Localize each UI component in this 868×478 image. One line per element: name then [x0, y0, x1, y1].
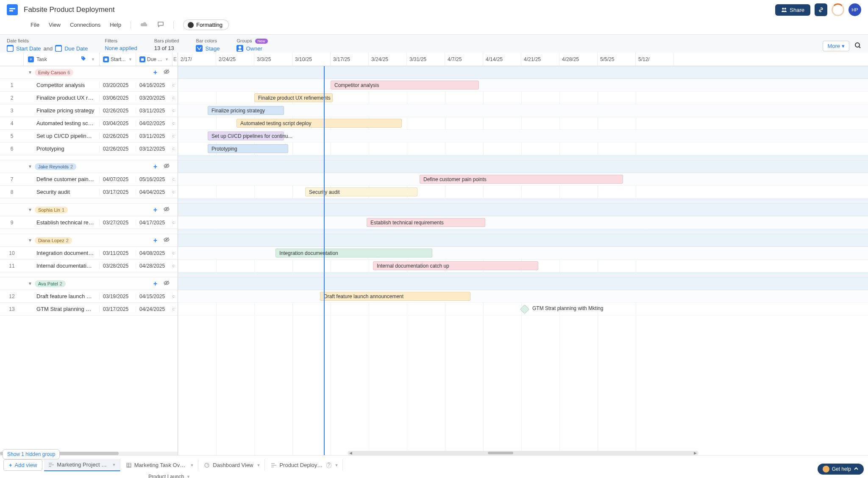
svg-point-7 — [855, 43, 860, 47]
task-list-pane: Task ▼ Start... ▼ Due ... ▼ E ▼ Emily Ca… — [0, 53, 178, 56]
config-bar-colors[interactable]: Bar colors Stage — [196, 38, 220, 52]
menu-connections[interactable]: Connections — [70, 22, 100, 28]
page-title[interactable]: Fabsite Product Deployment — [24, 6, 115, 14]
timeline-week-header[interactable]: 3/17/25 — [331, 53, 369, 56]
chevron-down-icon: ▾ — [842, 43, 845, 49]
timeline-pane[interactable]: 2/17/2/24/253/3/253/10/253/17/253/24/253… — [178, 53, 868, 56]
svg-point-3 — [785, 8, 786, 9]
user-avatar[interactable]: HP — [849, 3, 861, 16]
svg-rect-1 — [9, 10, 13, 11]
timeline-week-header[interactable]: 5/5/25 — [598, 53, 636, 56]
cloud-icon[interactable] — [140, 21, 148, 28]
new-badge: New — [255, 39, 268, 44]
user-icon — [236, 45, 243, 52]
svg-point-6 — [239, 46, 241, 48]
timeline-week-header[interactable]: 3/31/25 — [407, 53, 445, 56]
timeline-week-header[interactable]: 3/10/25 — [292, 53, 331, 56]
date-icon — [55, 45, 62, 52]
config-groups[interactable]: Groups New Owner — [236, 38, 267, 52]
search-icon[interactable] — [854, 42, 861, 50]
column-task[interactable]: Task ▼ — [24, 53, 100, 56]
config-date-fields[interactable]: Date fields Start Date and Due Date — [7, 38, 88, 52]
config-bars-plotted[interactable]: Bars plotted 13 of 13 — [154, 38, 179, 51]
date-icon — [7, 45, 14, 52]
link-icon — [818, 7, 824, 13]
svg-point-2 — [782, 8, 784, 9]
more-button[interactable]: More ▾ — [823, 41, 849, 51]
chat-icon[interactable] — [157, 21, 164, 29]
timeline-week-header[interactable]: 4/28/25 — [559, 53, 598, 56]
menu-view[interactable]: View — [49, 22, 61, 28]
svg-rect-4 — [8, 46, 13, 51]
column-start[interactable]: Start... ▼ — [100, 53, 136, 56]
menu-file[interactable]: File — [31, 22, 39, 28]
timeline-week-header[interactable]: 4/7/25 — [445, 53, 483, 56]
select-icon — [196, 45, 203, 52]
app-logo[interactable] — [7, 4, 18, 15]
share-button[interactable]: Share — [775, 4, 810, 16]
copy-link-button[interactable] — [815, 3, 827, 16]
format-dot-icon — [188, 22, 194, 28]
formatting-button[interactable]: Formatting — [183, 20, 229, 30]
column-due[interactable]: Due ... ▼ — [136, 53, 172, 56]
timeline-week-header[interactable]: 2/24/25 — [216, 53, 254, 56]
timeline-week-header[interactable]: 4/21/25 — [521, 53, 559, 56]
timeline-week-header[interactable]: 2/17/ — [178, 53, 216, 56]
timeline-week-header[interactable]: 3/24/25 — [369, 53, 407, 56]
sync-indicator — [832, 3, 844, 16]
timeline-week-header[interactable]: 5/12/ — [636, 53, 674, 56]
column-extra[interactable]: E — [172, 53, 178, 56]
people-icon — [781, 7, 787, 13]
timeline-week-header[interactable]: 3/3/25 — [254, 53, 292, 56]
svg-rect-5 — [56, 46, 61, 51]
timeline-week-header[interactable]: 4/14/25 — [483, 53, 521, 56]
svg-rect-0 — [9, 8, 15, 9]
config-filters[interactable]: Filters None applied — [105, 38, 137, 51]
menu-help[interactable]: Help — [110, 22, 121, 28]
